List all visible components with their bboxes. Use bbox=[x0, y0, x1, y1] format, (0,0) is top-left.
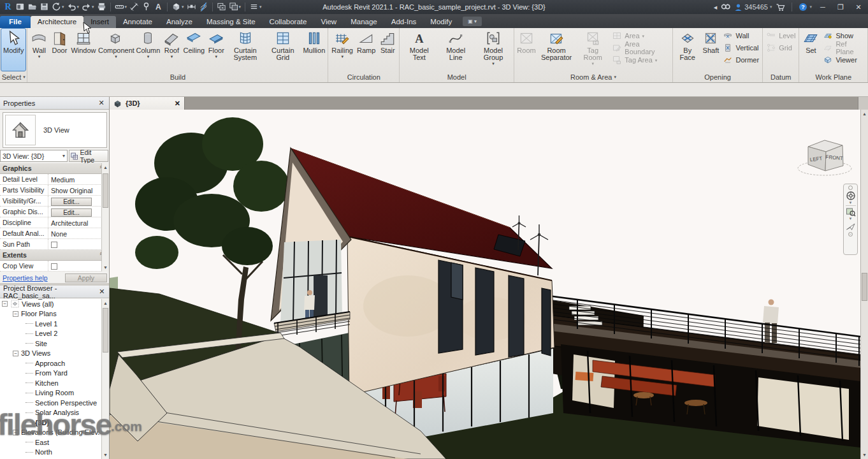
property-value-cell[interactable] bbox=[48, 261, 102, 271]
edit-button[interactable]: Edit... bbox=[51, 208, 92, 217]
scroll-thumb[interactable] bbox=[862, 273, 867, 301]
tree-item-approach[interactable]: Approach bbox=[0, 358, 101, 368]
modify-cursor-button[interactable]: Modify bbox=[1, 29, 25, 71]
user-dropdown-icon[interactable]: ▾ bbox=[770, 4, 772, 10]
panel-caption[interactable]: Build bbox=[27, 71, 328, 82]
tree-item-solar-analysis[interactable]: Solar Analysis bbox=[0, 408, 101, 418]
view-tab-close-icon[interactable]: ✕ bbox=[175, 99, 180, 108]
mullion-button[interactable]: Mullion bbox=[301, 29, 326, 71]
collapse-search-icon[interactable]: ◂ bbox=[714, 3, 718, 11]
scroll-up-icon[interactable]: ▲ bbox=[102, 299, 109, 307]
print-button[interactable] bbox=[96, 1, 108, 13]
edit-button[interactable]: Edit... bbox=[51, 198, 92, 206]
customize-qat-button[interactable]: ▾ bbox=[248, 1, 263, 13]
model-text-button[interactable]: AModel Text bbox=[401, 29, 437, 71]
help-icon[interactable]: ?▾ bbox=[799, 3, 812, 11]
panel-caption[interactable]: Opening bbox=[673, 71, 762, 82]
measure-button[interactable]: ▾ bbox=[113, 1, 129, 13]
dropdown-arrow-icon[interactable]: ▾ bbox=[62, 4, 64, 10]
dropdown-arrow-icon[interactable]: ▾ bbox=[341, 55, 344, 59]
component-button[interactable]: Component▾ bbox=[97, 29, 134, 71]
stair-button[interactable]: Stair bbox=[377, 29, 398, 71]
properties-scrollbar[interactable]: ▲ ▼ bbox=[101, 163, 109, 272]
tree-item-level-1[interactable]: Level 1 bbox=[0, 319, 101, 329]
panel-caption[interactable]: Room & Area▾ bbox=[514, 71, 672, 82]
panel-caption[interactable]: Model bbox=[400, 71, 514, 82]
close-button[interactable]: ✕ bbox=[851, 1, 865, 13]
ribbon-tab-add-ins[interactable]: Add-Ins bbox=[384, 16, 424, 28]
dropdown-arrow-icon[interactable]: ▾ bbox=[115, 55, 117, 59]
scroll-up-icon[interactable]: ▲ bbox=[861, 110, 868, 118]
view-tab-3d[interactable]: {3D} ✕ bbox=[110, 97, 185, 110]
property-value-cell[interactable]: Architectural bbox=[48, 217, 102, 228]
properties-close-icon[interactable]: ✕ bbox=[97, 99, 106, 107]
dropdown-arrow-icon[interactable]: ▾ bbox=[215, 55, 218, 59]
property-value-cell[interactable] bbox=[48, 239, 102, 249]
ribbon-tab-massing-site[interactable]: Massing & Site bbox=[199, 16, 263, 28]
dropdown-arrow-icon[interactable]: ▾ bbox=[655, 59, 658, 62]
tree-item--3d-[interactable]: {3D} bbox=[0, 418, 101, 428]
undo-button[interactable]: ▾ bbox=[66, 1, 81, 13]
user-account[interactable]: 345465 ▾ bbox=[734, 3, 772, 11]
tree-expander-icon[interactable]: − bbox=[2, 301, 8, 307]
tree-item-level-2[interactable]: Level 2 bbox=[0, 329, 101, 339]
railing-button[interactable]: Railing▾ bbox=[329, 29, 355, 71]
ribbon-tab-architecture[interactable]: Architecture bbox=[31, 16, 83, 28]
close-hidden-windows-button[interactable] bbox=[215, 1, 228, 13]
tree-item-from-yard[interactable]: From Yard bbox=[0, 368, 101, 379]
navbar-wheel-dropdown-icon[interactable]: ▼ bbox=[849, 201, 853, 205]
apply-button[interactable]: Apply bbox=[65, 273, 107, 282]
tree-item-3d-views[interactable]: −3D Views bbox=[0, 349, 101, 359]
dropdown-arrow-icon[interactable]: ▾ bbox=[591, 62, 594, 66]
dropdown-arrow-icon[interactable]: ▾ bbox=[77, 4, 80, 10]
viewcube[interactable]: LEFT FRONT bbox=[797, 133, 858, 178]
tree-item-east[interactable]: East bbox=[0, 437, 101, 448]
panel-dropdown-icon[interactable]: ▾ bbox=[614, 75, 616, 80]
workplane-viewer-button[interactable]: Viewer bbox=[821, 54, 866, 66]
property-section-extents[interactable]: Extents« bbox=[0, 250, 102, 261]
tree-expander-icon[interactable]: − bbox=[13, 430, 18, 435]
level-button[interactable]: Level bbox=[764, 30, 797, 41]
scroll-up-icon[interactable]: ▲ bbox=[102, 163, 109, 171]
redo-button[interactable]: ▾ bbox=[80, 1, 96, 13]
dropdown-arrow-icon[interactable]: ▾ bbox=[92, 4, 94, 10]
text-note-button[interactable]: A bbox=[152, 1, 164, 13]
edit-type-button[interactable]: Edit Type bbox=[69, 150, 108, 162]
ribbon-tab-manage[interactable]: Manage bbox=[344, 16, 384, 28]
ribbon-display-toggle[interactable]: ▣ ▾ bbox=[463, 17, 482, 26]
ribbon-tab-view[interactable]: View bbox=[314, 16, 344, 28]
panel-caption[interactable]: Datum bbox=[763, 71, 799, 82]
dropdown-arrow-icon[interactable]: ▾ bbox=[642, 34, 645, 38]
door-button[interactable]: Door bbox=[49, 29, 69, 71]
steering-wheel-icon[interactable] bbox=[846, 191, 856, 201]
model-line-button[interactable]: Model Line bbox=[437, 29, 474, 71]
tag-room-button[interactable]: 1Tag Room▾ bbox=[575, 29, 610, 71]
canvas-scrollbar[interactable]: ▲ ▼ bbox=[860, 110, 868, 459]
switch-windows-button[interactable]: ▾ bbox=[228, 1, 243, 13]
revit-logo-button[interactable]: R bbox=[2, 1, 14, 13]
tag-by-category-button[interactable] bbox=[140, 1, 152, 13]
scroll-down-icon[interactable]: ▼ bbox=[102, 263, 109, 272]
tree-item-floor-plans[interactable]: −Floor Plans bbox=[0, 309, 101, 319]
navbar-zoom-dropdown-icon[interactable]: ▼ bbox=[849, 217, 853, 221]
property-value-cell[interactable]: Edit... bbox=[48, 196, 102, 206]
scroll-thumb[interactable] bbox=[103, 308, 108, 353]
model-group-button[interactable]: Model Group▾ bbox=[474, 29, 512, 71]
ribbon-tab-modify[interactable]: Modify bbox=[423, 16, 459, 28]
ribbon-tab-analyze[interactable]: Analyze bbox=[159, 16, 199, 28]
open-file-button[interactable] bbox=[26, 1, 38, 13]
type-selector-dropdown[interactable]: 3D View: {3D} ▾ bbox=[0, 150, 68, 162]
minimize-button[interactable]: ─ bbox=[816, 1, 830, 13]
ribbon-tab-collaborate[interactable]: Collaborate bbox=[263, 16, 314, 28]
tree-item-north[interactable]: North bbox=[0, 448, 101, 458]
navbar-collapse-icon[interactable]: – bbox=[848, 232, 853, 237]
property-value-cell[interactable]: Medium bbox=[48, 174, 102, 184]
roof-button[interactable]: Roof▾ bbox=[161, 29, 182, 71]
room-separator-button[interactable]: Room Separator bbox=[537, 29, 575, 71]
dropdown-arrow-icon[interactable]: ▾ bbox=[182, 4, 184, 10]
scroll-down-icon[interactable]: ▼ bbox=[861, 451, 868, 459]
synchronize-button[interactable]: ▾ bbox=[50, 1, 66, 13]
save-button[interactable] bbox=[38, 1, 50, 13]
ref-plane-button[interactable]: Ref Plane bbox=[821, 42, 866, 54]
curtain-system-button[interactable]: Curtain System bbox=[226, 29, 264, 71]
